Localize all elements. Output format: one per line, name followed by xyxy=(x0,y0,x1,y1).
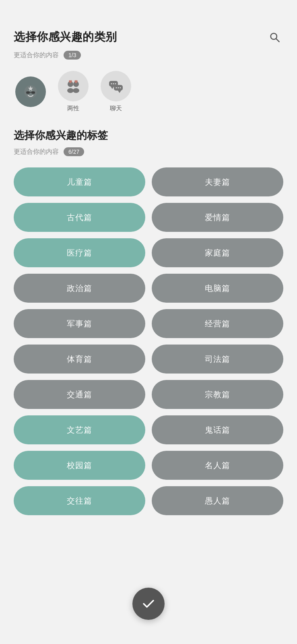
category-title: 选择你感兴趣的类别 xyxy=(14,29,117,45)
category-item-wit[interactable] xyxy=(15,76,46,107)
tag-btn-celebrity[interactable]: 名人篇 xyxy=(152,451,283,480)
category-icon-chat xyxy=(101,71,131,101)
svg-line-1 xyxy=(276,39,279,42)
tag-btn-politics[interactable]: 政治篇 xyxy=(14,274,145,303)
tag-btn-business[interactable]: 经营篇 xyxy=(152,309,283,338)
category-section-header: 选择你感兴趣的类别 xyxy=(14,28,283,46)
category-label-gender: 两性 xyxy=(67,105,79,112)
tag-btn-children[interactable]: 儿童篇 xyxy=(14,167,145,196)
svg-point-19 xyxy=(116,87,117,89)
category-item-gender[interactable]: 两性 xyxy=(58,71,89,112)
category-icon-wit xyxy=(15,76,46,107)
svg-marker-15 xyxy=(118,91,121,93)
svg-point-21 xyxy=(120,87,121,89)
search-button[interactable] xyxy=(266,28,283,46)
svg-point-20 xyxy=(118,87,119,89)
svg-point-16 xyxy=(111,83,112,85)
svg-point-10 xyxy=(67,88,74,93)
category-icon-gender xyxy=(58,71,89,101)
tags-progress-badge: 6/27 xyxy=(64,147,84,156)
tag-btn-religion[interactable]: 宗教篇 xyxy=(152,380,283,409)
tag-btn-traffic[interactable]: 交通篇 xyxy=(14,380,145,409)
svg-point-11 xyxy=(73,88,79,93)
tags-title: 选择你感兴趣的标签 xyxy=(14,128,283,142)
tag-btn-military[interactable]: 军事篇 xyxy=(14,309,145,338)
category-progress-label: 更适合你的内容 xyxy=(14,51,59,60)
category-label-chat: 聊天 xyxy=(110,105,122,112)
svg-point-17 xyxy=(113,83,114,85)
tags-progress-row: 更适合你的内容 6/27 xyxy=(14,147,283,156)
svg-rect-6 xyxy=(31,91,35,94)
svg-marker-13 xyxy=(111,87,114,89)
tag-btn-couple[interactable]: 夫妻篇 xyxy=(152,167,283,196)
tag-btn-nonsense[interactable]: 鬼话篇 xyxy=(152,415,283,444)
tag-grid: 儿童篇夫妻篇古代篇爱情篇医疗篇家庭篇政治篇电脑篇军事篇经营篇体育篇司法篇交通篇宗… xyxy=(14,167,283,515)
category-icons-row: 两性 聊天 xyxy=(14,71,283,112)
tags-progress-label: 更适合你的内容 xyxy=(14,148,59,156)
tag-btn-family[interactable]: 家庭篇 xyxy=(152,238,283,267)
tag-btn-sports[interactable]: 体育篇 xyxy=(14,345,145,374)
tag-btn-campus[interactable]: 校园篇 xyxy=(14,451,145,480)
tag-btn-ancient[interactable]: 古代篇 xyxy=(14,203,145,232)
tag-btn-fool[interactable]: 愚人篇 xyxy=(152,486,283,515)
svg-point-18 xyxy=(115,83,116,85)
svg-rect-5 xyxy=(26,91,30,94)
tag-btn-legal[interactable]: 司法篇 xyxy=(152,345,283,374)
tag-btn-love[interactable]: 爱情篇 xyxy=(152,203,283,232)
category-item-chat[interactable]: 聊天 xyxy=(101,71,131,112)
tag-btn-computer[interactable]: 电脑篇 xyxy=(152,274,283,303)
category-progress-badge: 1/3 xyxy=(64,51,81,60)
tag-btn-arts[interactable]: 文艺篇 xyxy=(14,415,145,444)
tag-btn-social[interactable]: 交往篇 xyxy=(14,486,145,515)
confirm-fab[interactable] xyxy=(132,588,165,620)
tag-btn-medical[interactable]: 医疗篇 xyxy=(14,238,145,267)
status-bar xyxy=(0,0,297,20)
category-progress-row: 更适合你的内容 1/3 xyxy=(14,51,283,60)
